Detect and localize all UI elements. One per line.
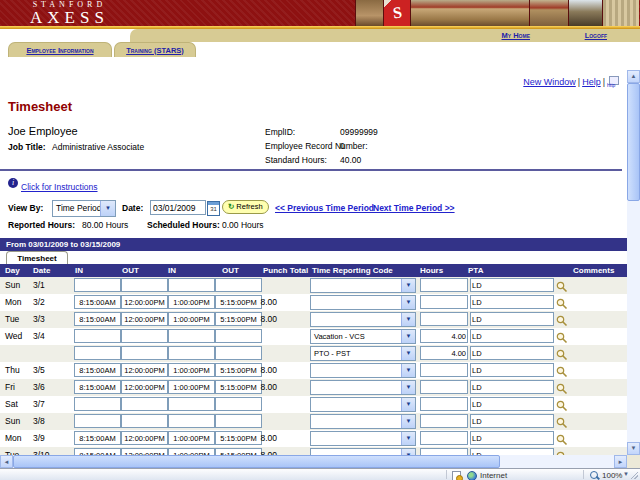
time-reporting-code-select[interactable]: PTO - PST ▼ (310, 346, 416, 361)
chevron-down-icon[interactable]: ▼ (401, 347, 415, 360)
in-time-input[interactable] (168, 431, 215, 445)
in-time-input[interactable] (74, 329, 121, 343)
pta-input[interactable] (470, 448, 554, 455)
chevron-down-icon[interactable]: ▼ (401, 313, 415, 326)
vertical-scrollbar-thumb[interactable] (627, 83, 640, 201)
in-time-input[interactable] (74, 312, 121, 326)
time-reporting-code-select[interactable]: ▼ (310, 397, 416, 412)
time-reporting-code-select[interactable]: ▼ (310, 414, 416, 429)
time-reporting-code-select[interactable]: ▼ (310, 431, 416, 446)
logoff-link[interactable]: Logoff (585, 31, 607, 40)
tab-training-stars[interactable]: Training (STARS) (114, 42, 196, 57)
hours-input[interactable] (420, 346, 468, 360)
in-time-input[interactable] (74, 295, 121, 309)
vertical-scrollbar[interactable]: ▲ ▼ (627, 70, 640, 455)
out-time-input[interactable] (215, 414, 262, 428)
hours-input[interactable] (420, 295, 468, 309)
chevron-down-icon[interactable]: ▼ (401, 330, 415, 343)
in-time-input[interactable] (168, 295, 215, 309)
in-time-input[interactable] (168, 448, 215, 455)
out-time-input[interactable] (121, 431, 168, 445)
hours-input[interactable] (420, 431, 468, 445)
hours-input[interactable] (420, 414, 468, 428)
date-input[interactable] (150, 200, 206, 215)
in-time-input[interactable] (168, 397, 215, 411)
help-link[interactable]: Help (582, 77, 601, 87)
in-time-input[interactable] (168, 329, 215, 343)
refresh-button[interactable]: ↻Refresh (222, 200, 269, 214)
hours-input[interactable] (420, 278, 468, 292)
in-time-input[interactable] (74, 363, 121, 377)
out-time-input[interactable] (215, 329, 262, 343)
in-time-input[interactable] (74, 397, 121, 411)
tab-employee-information[interactable]: Employee Information (8, 42, 112, 57)
in-time-input[interactable] (74, 346, 121, 360)
timesheet-grid-tab[interactable]: Timesheet (6, 251, 68, 265)
pta-input[interactable] (470, 278, 554, 292)
in-time-input[interactable] (74, 414, 121, 428)
out-time-input[interactable] (121, 278, 168, 292)
time-reporting-code-select[interactable]: ▼ (310, 448, 416, 455)
out-time-input[interactable] (121, 346, 168, 360)
out-time-input[interactable] (121, 363, 168, 377)
in-time-input[interactable] (168, 346, 215, 360)
chevron-down-icon[interactable]: ▼ (401, 398, 415, 411)
out-time-input[interactable] (121, 448, 168, 455)
view-by-select[interactable]: Time Period ▼ (52, 200, 116, 217)
time-reporting-code-select[interactable]: ▼ (310, 278, 416, 293)
click-for-instructions-link[interactable]: Click for Instructions (21, 182, 98, 192)
hours-input[interactable] (420, 397, 468, 411)
hours-input[interactable] (420, 363, 468, 377)
out-time-input[interactable] (215, 346, 262, 360)
hours-input[interactable] (420, 312, 468, 326)
in-time-input[interactable] (168, 312, 215, 326)
calendar-icon[interactable]: 31 (207, 201, 220, 216)
in-time-input[interactable] (168, 414, 215, 428)
in-time-input[interactable] (74, 278, 121, 292)
out-time-input[interactable] (215, 397, 262, 411)
chevron-down-icon[interactable]: ▼ (401, 415, 415, 428)
time-reporting-code-select[interactable]: ▼ (310, 380, 416, 395)
chevron-down-icon[interactable]: ▼ (401, 279, 415, 292)
in-time-input[interactable] (74, 380, 121, 394)
chevron-down-icon[interactable]: ▼ (100, 201, 115, 216)
out-time-input[interactable] (121, 414, 168, 428)
time-reporting-code-select[interactable]: ▼ (310, 312, 416, 327)
chevron-down-icon[interactable]: ▼ (401, 364, 415, 377)
pta-input[interactable] (470, 346, 554, 360)
pta-input[interactable] (470, 431, 554, 445)
horizontal-scrollbar[interactable]: ◄ ► (0, 455, 627, 468)
pta-input[interactable] (470, 363, 554, 377)
in-time-input[interactable] (168, 380, 215, 394)
hours-input[interactable] (420, 380, 468, 394)
scroll-up-icon[interactable]: ▲ (627, 70, 640, 83)
out-time-input[interactable] (121, 397, 168, 411)
in-time-input[interactable] (168, 278, 215, 292)
horizontal-scrollbar-thumb[interactable] (13, 455, 500, 468)
out-time-input[interactable] (121, 312, 168, 326)
info-icon[interactable]: i (8, 178, 18, 188)
new-window-link[interactable]: New Window (523, 77, 576, 87)
hours-input[interactable] (420, 448, 468, 455)
zoom-dropdown-icon[interactable]: ▼ (623, 471, 629, 477)
my-home-link[interactable]: My Home (502, 31, 530, 40)
out-time-input[interactable] (121, 295, 168, 309)
resize-grip[interactable] (631, 472, 638, 479)
pta-input[interactable] (470, 295, 554, 309)
chevron-down-icon[interactable]: ▼ (401, 296, 415, 309)
chevron-down-icon[interactable]: ▼ (401, 432, 415, 445)
pta-input[interactable] (470, 380, 554, 394)
hours-input[interactable] (420, 329, 468, 343)
pta-input[interactable] (470, 329, 554, 343)
time-reporting-code-select[interactable]: ▼ (310, 363, 416, 378)
scroll-down-icon[interactable]: ▼ (627, 442, 640, 455)
in-time-input[interactable] (168, 363, 215, 377)
in-time-input[interactable] (74, 431, 121, 445)
out-time-input[interactable] (215, 278, 262, 292)
scroll-left-icon[interactable]: ◄ (0, 455, 13, 468)
out-time-input[interactable] (121, 329, 168, 343)
in-time-input[interactable] (74, 448, 121, 455)
time-reporting-code-select[interactable]: Vacation - VCS ▼ (310, 329, 416, 344)
http-icon[interactable]: http (607, 76, 620, 87)
chevron-down-icon[interactable]: ▼ (401, 381, 415, 394)
